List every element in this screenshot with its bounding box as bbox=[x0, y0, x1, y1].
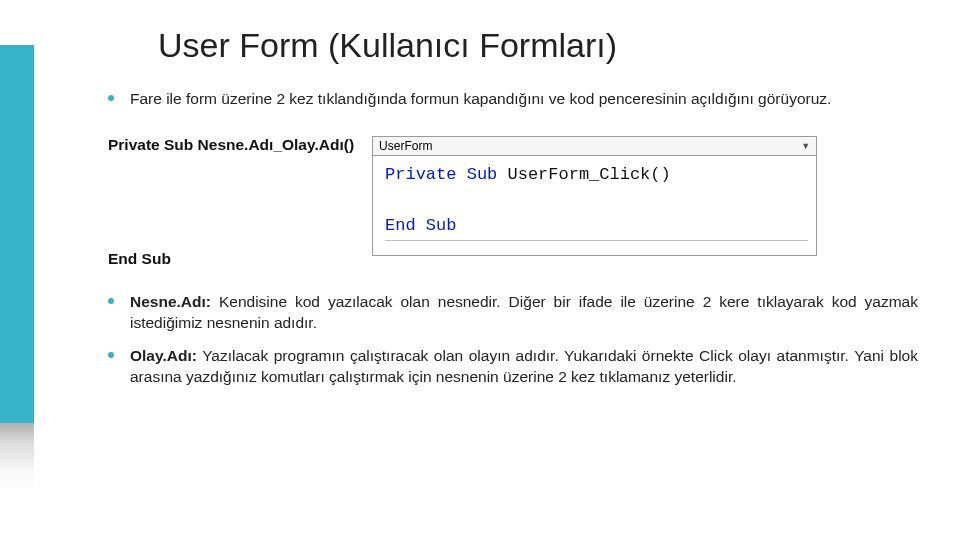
keyword: Private Sub bbox=[385, 165, 497, 184]
code-end-line: End Sub bbox=[108, 250, 354, 268]
page-title: User Form (Kullanıcı Formları) bbox=[158, 26, 918, 65]
bullet-nesne: Nesne.Adı: Kendisine kod yazılacak olan … bbox=[108, 292, 918, 334]
code-declare-line: Private Sub Nesne.Adı_Olay.Adı() bbox=[108, 136, 354, 154]
keyword: End Sub bbox=[385, 216, 456, 235]
object-dropdown-label: UserForm bbox=[379, 139, 432, 153]
slide-content: User Form (Kullanıcı Formları) Fare ile … bbox=[0, 0, 960, 540]
bullet-nesne-text: Kendisine kod yazılacak olan nesnedir. D… bbox=[130, 293, 918, 331]
code-line-2: End Sub bbox=[385, 213, 808, 239]
code-row: Private Sub Nesne.Adı_Olay.Adı() End Sub… bbox=[108, 136, 918, 268]
bullet-intro: Fare ile form üzerine 2 kez tıklandığınd… bbox=[108, 89, 918, 110]
bullet-olay-label: Olay.Adı: bbox=[130, 347, 197, 364]
bullet-list-top: Fare ile form üzerine 2 kez tıklandığınd… bbox=[108, 89, 918, 110]
bullet-nesne-label: Nesne.Adı: bbox=[130, 293, 211, 310]
chevron-down-icon: ▼ bbox=[801, 141, 810, 151]
bullet-list-bottom: Nesne.Adı: Kendisine kod yazılacak olan … bbox=[108, 292, 918, 388]
code-editor-window: UserForm ▼ Private Sub UserForm_Click() … bbox=[372, 136, 817, 257]
object-dropdown[interactable]: UserForm ▼ bbox=[373, 137, 816, 156]
bullet-olay-text: Yazılacak programın çalıştıracak olan ol… bbox=[130, 347, 918, 385]
code-blank-line bbox=[385, 187, 808, 213]
code-text: UserForm_Click() bbox=[497, 165, 670, 184]
code-line-1: Private Sub UserForm_Click() bbox=[385, 162, 808, 188]
code-body: Private Sub UserForm_Click() End Sub bbox=[373, 156, 816, 256]
bullet-olay: Olay.Adı: Yazılacak programın çalıştırac… bbox=[108, 346, 918, 388]
code-left-column: Private Sub Nesne.Adı_Olay.Adı() End Sub bbox=[108, 136, 354, 268]
code-divider bbox=[385, 240, 808, 241]
